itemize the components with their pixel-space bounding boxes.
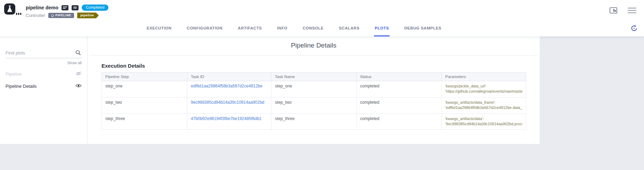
section-title: Execution Details bbox=[101, 63, 540, 69]
table-row: step_two 9ec988385cd94b14a39c10914aa902b… bbox=[102, 97, 526, 113]
tabs: EXECUTION CONFIGURATION ARTIFACTS INFO C… bbox=[146, 20, 442, 36]
header-right bbox=[610, 7, 636, 14]
menu-icon[interactable] bbox=[628, 7, 636, 14]
pipeline-tag: pipeline bbox=[77, 12, 99, 18]
tab-console[interactable]: CONSOLE bbox=[302, 20, 324, 36]
cell-parameters: 'kwargs_artifacts/data_frame': 'edf6d1aa… bbox=[442, 97, 526, 113]
column-header-status[interactable]: Status bbox=[357, 73, 442, 81]
find-plots-input[interactable] bbox=[6, 49, 82, 58]
parameter-key: 'kwargs/pickle_data_url': bbox=[445, 84, 522, 89]
eye-off-icon[interactable] bbox=[75, 71, 82, 77]
execution-details-table: Pipeline Step Task ID Task Name Status P… bbox=[101, 72, 526, 130]
cell-task-id-link[interactable]: 9ec988385cd94b14a39c10914aa902bd bbox=[187, 97, 271, 113]
cell-parameters: 'kwargs/pickle_data_url': 'https://githu… bbox=[442, 81, 526, 97]
pipeline-details-card: Pipeline Details Execution Details Pipel… bbox=[88, 36, 540, 144]
show-all-link[interactable]: Show all bbox=[0, 61, 82, 65]
column-header-parameters[interactable]: Parameters bbox=[442, 73, 526, 81]
column-header-task-name[interactable]: Task Name bbox=[271, 73, 357, 81]
table-header-row: Pipeline Step Task ID Task Name Status P… bbox=[102, 73, 526, 81]
cell-task-id-link[interactable]: edf6d1aa29864f58b3a567d2ce4912be bbox=[187, 81, 271, 97]
search-icon bbox=[75, 50, 81, 57]
details-icon[interactable] bbox=[62, 5, 68, 10]
cell-status: completed bbox=[357, 81, 442, 97]
tab-info[interactable]: INFO bbox=[276, 20, 288, 36]
parameter-value: 'https://github.com/allegroai/events/raw… bbox=[445, 89, 522, 94]
cell-pipeline-step: step_one bbox=[102, 81, 187, 97]
tab-artifacts[interactable]: ARTIFACTS bbox=[237, 20, 262, 36]
parameter-key: 'kwargs_artifacts/data_frame': bbox=[445, 100, 522, 105]
tab-configuration[interactable]: CONFIGURATION bbox=[186, 20, 223, 36]
tab-plots[interactable]: PLOTS bbox=[374, 20, 390, 36]
parameter-value: 'edf6d1aa29864f58b3a567d2ce4912be.data_f… bbox=[445, 105, 522, 110]
plot-search bbox=[6, 49, 82, 58]
tab-debug-samples[interactable]: DEBUG SAMPLES bbox=[403, 20, 442, 36]
main-panel: Pipeline Details Execution Details Pipel… bbox=[88, 36, 644, 170]
plot-title: Pipeline Details bbox=[88, 42, 540, 49]
tag-icon bbox=[51, 14, 54, 17]
sidebar-item-label: Pipeline bbox=[6, 71, 22, 77]
parameter-key: 'kwargs_artifacts/data': bbox=[445, 116, 522, 121]
refresh-icon[interactable] bbox=[630, 25, 638, 32]
sidebar-item-pipeline-details[interactable]: Pipeline Details bbox=[0, 80, 87, 92]
sidebar: Show all Pipeline Pipeline Details bbox=[0, 36, 88, 144]
page-title: pipeline demo bbox=[26, 5, 58, 10]
content: Show all Pipeline Pipeline Details bbox=[0, 36, 644, 170]
column-header-pipeline-step[interactable]: Pipeline Step bbox=[102, 73, 187, 81]
clearml-logo-icon bbox=[3, 3, 22, 17]
status-badge: Completed bbox=[82, 5, 108, 11]
cell-pipeline-step: step_two bbox=[102, 97, 187, 113]
pipeline-type-tag: PIPELINE bbox=[48, 13, 74, 18]
title-block: pipeline demo ID Completed Controller bbox=[26, 1, 108, 18]
cell-status: completed bbox=[357, 97, 442, 113]
tab-scalars[interactable]: SCALARS bbox=[338, 20, 360, 36]
plot-list: Pipeline Pipeline Details bbox=[0, 68, 87, 92]
table-row: step_three 47b0b92e98194f3fbe7be192485f6… bbox=[102, 113, 526, 130]
tab-execution[interactable]: EXECUTION bbox=[146, 20, 172, 36]
cell-task-name: step_two bbox=[271, 97, 357, 113]
sidebar-item-pipeline[interactable]: Pipeline bbox=[0, 68, 87, 80]
column-header-task-id[interactable]: Task ID bbox=[187, 73, 271, 81]
eye-icon[interactable] bbox=[75, 83, 82, 89]
cell-task-name: step_three bbox=[271, 113, 357, 130]
pipeline-type-tag-label: PIPELINE bbox=[55, 14, 71, 17]
cell-status: completed bbox=[357, 113, 442, 130]
parameter-value: '9ec988385cd94b14a39c10914aa902bd.proces… bbox=[445, 121, 522, 127]
tab-bar: EXECUTION CONFIGURATION ARTIFACTS INFO C… bbox=[0, 20, 644, 36]
id-badge[interactable]: ID bbox=[72, 5, 79, 10]
cell-task-name: step_one bbox=[271, 81, 357, 97]
header-left: pipeline demo ID Completed Controller bbox=[3, 1, 108, 18]
controller-label: Controller bbox=[26, 13, 45, 18]
sidebar-item-label: Pipeline Details bbox=[6, 84, 37, 89]
card-divider bbox=[90, 55, 538, 56]
cell-parameters: 'kwargs_artifacts/data': '9ec988385cd94b… bbox=[442, 113, 526, 130]
cell-pipeline-step: step_three bbox=[102, 113, 187, 130]
layout-panel-icon[interactable] bbox=[610, 7, 617, 14]
cell-task-id-link[interactable]: 47b0b92e98194f3fbe7be192485f6db1 bbox=[187, 113, 271, 130]
table-row: step_one edf6d1aa29864f58b3a567d2ce4912b… bbox=[102, 81, 526, 97]
header: pipeline demo ID Completed Controller bbox=[0, 0, 644, 20]
